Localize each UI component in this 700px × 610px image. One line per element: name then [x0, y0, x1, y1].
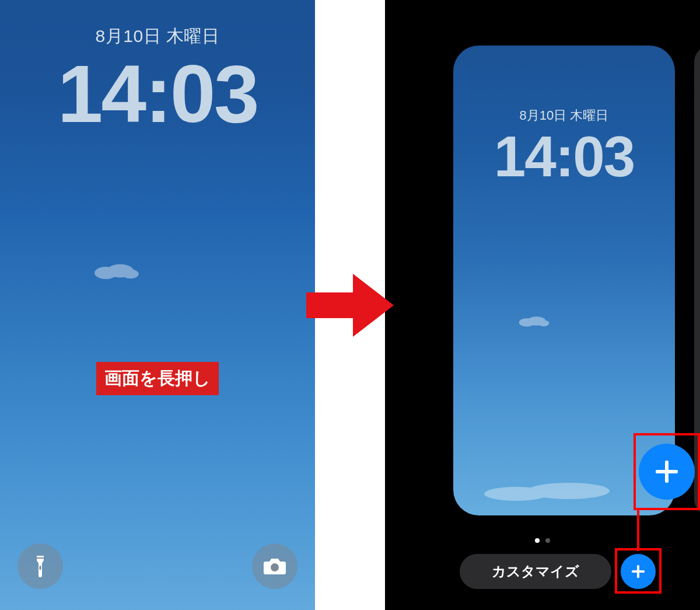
- flashlight-button[interactable]: [18, 543, 63, 589]
- svg-point-2: [123, 269, 139, 278]
- wallpaper-gallery: 8月10日 木曜日 14:03 カスタマイズ: [385, 0, 700, 610]
- customize-button[interactable]: カスタマイズ: [460, 554, 611, 589]
- add-wallpaper-overlay-button[interactable]: [639, 444, 695, 500]
- page-indicator: [535, 538, 550, 543]
- preview-time: 14:03: [453, 128, 675, 185]
- svg-point-10: [528, 483, 610, 499]
- instruction-callout: 画面を長押し: [96, 362, 219, 395]
- arrow-icon: [306, 270, 394, 340]
- preview-date: 8月10日 木曜日: [453, 46, 675, 124]
- svg-rect-12: [656, 470, 678, 473]
- lockscreen[interactable]: 8月10日 木曜日 14:03 画面を長押し: [0, 0, 315, 610]
- next-wallpaper-peek[interactable]: [694, 46, 700, 515]
- svg-rect-14: [632, 570, 645, 573]
- svg-point-8: [538, 320, 549, 326]
- page-dot-active: [535, 538, 540, 543]
- lockscreen-date: 8月10日 木曜日: [0, 0, 315, 48]
- lockscreen-time: 14:03: [0, 53, 315, 135]
- plus-icon: [653, 458, 680, 485]
- cloud-decoration: [516, 314, 551, 328]
- cloud-wisp: [481, 473, 621, 503]
- camera-icon: [263, 557, 286, 576]
- svg-rect-4: [37, 557, 44, 559]
- cloud-decoration: [90, 260, 142, 281]
- camera-button[interactable]: [252, 543, 298, 589]
- add-wallpaper-button[interactable]: [621, 554, 656, 589]
- svg-point-5: [271, 563, 279, 571]
- svg-rect-3: [40, 566, 41, 570]
- page-dot: [545, 538, 550, 543]
- plus-icon: [630, 563, 646, 580]
- wallpaper-preview[interactable]: 8月10日 木曜日 14:03: [453, 46, 675, 515]
- flashlight-icon: [32, 555, 49, 578]
- annotation-connector: [637, 510, 639, 551]
